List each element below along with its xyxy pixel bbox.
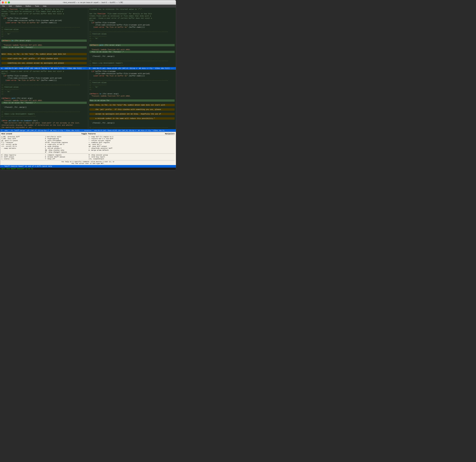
ediff-move-around-label: Move around (1, 133, 12, 135)
editor-content-a-bottom[interactable]: period. Issue a user error if current bu… (0, 70, 88, 129)
menu-tools[interactable]: Tools (34, 5, 40, 7)
title-bar: ~/test_emacs/d2 — e -nw pel--base.el • a… (0, 0, 176, 5)
cmd-registry[interactable]: R -show registry (1, 154, 44, 156)
cmd-suspend-quit[interactable]: z/q -suspend/quit (89, 158, 131, 160)
editor-pane-a[interactable]: See the function `file-name-extension' f… (0, 8, 88, 129)
ediff-control-panel: Move around Toggle features Manipulate p… (0, 132, 176, 165)
cmd-vert-split[interactable]: |-vert/horiz split (45, 136, 87, 138)
cmd-scroll-lr[interactable]: </> -scroll lt/rt (1, 145, 44, 147)
menu-bar: File Edit Options Buffers Tools Help (0, 5, 176, 8)
editor-content-b-bottom[interactable]: (if buffer-file-truename (file-name-exte… (88, 70, 176, 129)
menu-edit[interactable]: Edit (8, 5, 12, 7)
cmd-swap[interactable]: - -swap variants (1, 147, 44, 149)
menu-buffers[interactable]: Buffers (25, 5, 32, 7)
cmd-auto-refine[interactable]: # -auto-refinement (45, 140, 87, 142)
cmd-wx[interactable]: wx -save buf X (89, 144, 131, 145)
ediff-bottom-status: -- *Ediff Control Panel* At end of 3 dif… (0, 165, 176, 168)
menu-help[interactable]: Help (42, 5, 47, 7)
cmd-gx[interactable]: gx -goto X's point (1, 140, 44, 142)
ediff-toggle-label: Toggle features (81, 133, 96, 135)
cmd-wd[interactable]: wd -save diff output (89, 145, 131, 147)
cmd-copy-x[interactable]: x -copy buf X's region to C (89, 136, 131, 138)
cmd-merge-new[interactable]: & -merge w/new default (89, 149, 131, 151)
status-bar-a: A: -UUU:%%-F1 pel--base.el|d2 13% (406,0… (0, 67, 88, 70)
window-title: ~/test_emacs/d2 — e -nw pel--base.el • a… (11, 1, 174, 3)
quit-prompt-text: Quit this Ediff session? (y or n) (1, 168, 33, 170)
cmd-focus-hide[interactable]: #f/#h -focus/hide regions (45, 142, 87, 144)
status-text-b: B: -UUU:%%-F1 pel--base.el|d3 13% (407,0… (89, 67, 174, 69)
traffic-lights (2, 1, 10, 3)
cmd-restore[interactable]: r -restore buf C's old diff (89, 138, 131, 140)
cmd-p-del[interactable]: p,DEL -previous diff (1, 136, 44, 138)
cmd-shrink[interactable]: C -shrink window C (45, 147, 87, 149)
status-text-a: A: -UUU:%%-F1 pel--base.el|d2 13% (406,0… (1, 67, 86, 69)
editor-content-a-top[interactable]: See the function `file-name-extension' f… (0, 8, 88, 67)
cmd-help-off[interactable]: ? -help off (45, 158, 87, 160)
ediff-manipulate-label: Manipulate (165, 133, 175, 135)
help-line1: For help on a specific command: Click Bu… (1, 161, 175, 163)
maximize-button[interactable] (8, 1, 10, 3)
status-bar-b: B: -UUU:%%-F1 pel--base.el|d3 13% (407,0… (88, 67, 176, 70)
editor-pane-b[interactable]: FILENAME has no extension the returned v… (88, 8, 176, 129)
status-text-c: C: -UUU:*--F1 *ediff-merge* 13% (407,0) … (1, 129, 164, 131)
minimize-button[interactable] (5, 1, 7, 3)
editors-row: See the function `file-name-extension' f… (0, 8, 176, 129)
menu-options[interactable]: Options (15, 5, 22, 7)
cmd-clashes[interactable]: $$ -show clashes only (45, 149, 87, 151)
cmd-highlight[interactable]: h -highlighting (45, 138, 87, 140)
editor-content-b-top[interactable]: FILENAME has no extension the returned v… (88, 8, 176, 67)
cmd-diff-output[interactable]: D -diff output (1, 156, 44, 158)
help-line2: Put the cursor over it and type RET. (1, 163, 175, 164)
cmd-vv[interactable]: v/V -scroll up/dn (1, 144, 44, 145)
cmd-cl[interactable]: C-l -recenter (1, 142, 44, 144)
cmd-combine[interactable]: + -combine diff regions (89, 142, 131, 144)
cmd-wide[interactable]: m -wide display (45, 145, 87, 147)
quit-prompt-bar[interactable]: Quit this Ediff session? (y or n) (0, 168, 176, 170)
cmd-refine[interactable]: * -refine current region (89, 140, 131, 142)
cmd-bug-report[interactable]: G -send bug report (89, 156, 131, 158)
cmd-show-hide-anc[interactable]: / -show/hide ancestor buff (89, 147, 131, 149)
main-window: ~/test_emacs/d2 — e -nw pel--base.el • a… (0, 0, 176, 170)
cmd-read-only[interactable]: X -read-only in buf X (45, 144, 87, 145)
cmd-n-spc[interactable]: n,SPC -next diff (1, 138, 44, 140)
ediff-bottom-status-text: -- *Ediff Control Panel* At end of 3 dif… (1, 165, 52, 167)
cmd-browse-manual[interactable]: E -browse Ediff manual (45, 156, 87, 158)
cmd-status-info[interactable]: i -status info (1, 158, 44, 160)
cmd-compare[interactable]: = -compare regions (45, 154, 87, 156)
status-bar-c: C: -UUU:*--F1 *ediff-merge* 13% (407,0) … (0, 129, 176, 132)
close-button[interactable] (2, 1, 4, 3)
cmd-skip-changed[interactable]: $* -skip changed regions (45, 151, 87, 153)
cmd-session-group[interactable]: M -show session group (89, 154, 131, 156)
menu-file[interactable]: File (1, 5, 6, 7)
